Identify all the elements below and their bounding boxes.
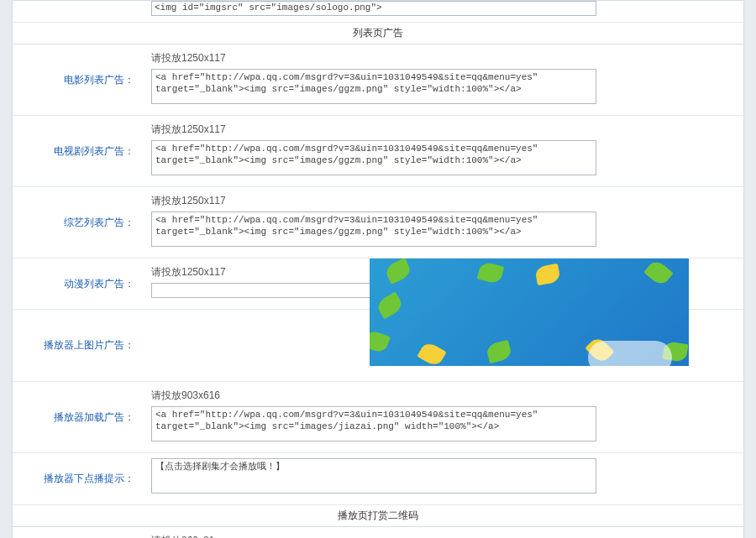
hint-player-loading-ad: 请投放903x616 [151, 387, 735, 406]
row-movie-list-ad: 电影列表广告： 请投放1250x117 [13, 44, 743, 116]
field-tv-list-ad: 请投放1250x117 [143, 116, 743, 186]
hint-variety-list-ad: 请投放1250x117 [151, 192, 735, 212]
label-alipay: 支付宝： [13, 527, 143, 538]
hint-movie-list-ad: 请投放1250x117 [151, 50, 735, 69]
label-anime-list-ad: 动漫列表广告： [13, 259, 143, 309]
field-variety-list-ad: 请投放1250x117 [143, 187, 743, 258]
label-tv-list-ad: 电视剧列表广告： [13, 116, 143, 186]
section-header-list-ads: 列表页广告 [13, 23, 743, 44]
row-variety-list-ad: 综艺列表广告： 请投放1250x117 [13, 187, 743, 259]
textarea-player-vod-tip[interactable] [151, 458, 596, 494]
label-variety-list-ad: 综艺列表广告： [13, 187, 143, 258]
field-player-loading-ad: 请投放903x616 [143, 382, 743, 452]
field-player-top-img-ad [143, 310, 743, 381]
row-alipay: 支付宝： 请投放860x81 [13, 527, 743, 538]
row-player-top-img-ad: 播放器上图片广告： [13, 310, 743, 382]
hint-tv-list-ad: 请投放1250x117 [151, 121, 735, 140]
label-player-loading-ad: 播放器加载广告： [13, 382, 143, 452]
row-player-loading-ad: 播放器加载广告： 请投放903x616 [13, 382, 743, 453]
top-partial-row [13, 1, 743, 23]
label-movie-list-ad: 电影列表广告： [13, 44, 143, 115]
textarea-movie-list-ad[interactable] [151, 69, 596, 104]
row-player-vod-tip: 播放器下点播提示： [13, 453, 743, 505]
field-anime-list-ad: 请投放1250x117 [143, 259, 743, 309]
label-player-vod-tip: 播放器下点播提示： [13, 453, 143, 504]
textarea-player-loading-ad[interactable] [151, 406, 596, 441]
row-tv-list-ad: 电视剧列表广告： 请投放1250x117 [13, 116, 743, 187]
label-player-top-img-ad: 播放器上图片广告： [13, 310, 143, 381]
textarea-variety-list-ad[interactable] [151, 212, 596, 247]
field-movie-list-ad: 请投放1250x117 [143, 44, 743, 115]
logo-code-textarea[interactable] [151, 1, 596, 16]
section-header-qr: 播放页打赏二维码 [13, 505, 743, 527]
row-anime-list-ad: 动漫列表广告： 请投放1250x117 [13, 259, 743, 310]
hint-alipay: 请投放860x81 [151, 532, 735, 538]
admin-panel: 列表页广告 电影列表广告： 请投放1250x117 电视剧列表广告： 请投放12… [12, 0, 744, 538]
field-player-vod-tip [143, 453, 743, 504]
textarea-tv-list-ad[interactable] [151, 140, 596, 175]
field-alipay: 请投放860x81 [143, 527, 743, 538]
